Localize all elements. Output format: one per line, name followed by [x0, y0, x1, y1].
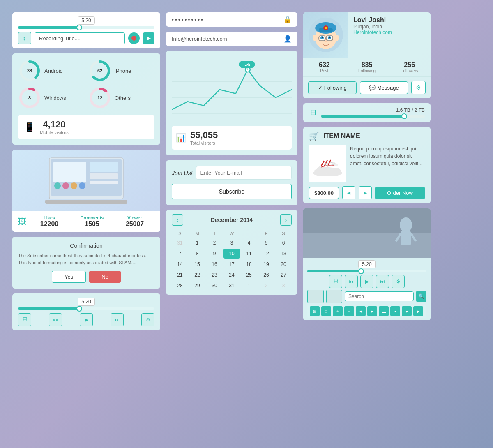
cal-prev-button[interactable]: ‹ [172, 214, 183, 226]
thumbnail-1[interactable] [307, 290, 324, 303]
cal-day[interactable]: 1 [189, 238, 205, 248]
laptop-svg [45, 154, 127, 207]
visitors-info: 4,120 Mobile visitors [40, 119, 69, 135]
toolbar-btn-1[interactable]: ⊞ [310, 306, 320, 316]
cal-day[interactable]: 15 [189, 259, 205, 269]
audio-recorder-card: 5.20 🎙 ▶ [12, 12, 160, 48]
film-button[interactable]: 🎞 [18, 313, 31, 326]
cal-day[interactable]: 1 [241, 281, 257, 291]
cal-day[interactable]: 8 [189, 249, 205, 259]
following-button[interactable]: ✓ Following [308, 81, 357, 94]
player-slider-track[interactable] [18, 307, 154, 310]
video-search-button[interactable]: 🔍 [416, 291, 426, 302]
toolbar-btn-4[interactable]: － [344, 306, 354, 316]
cal-day[interactable]: 25 [241, 270, 257, 280]
join-label: Join Us! [172, 170, 193, 176]
cal-day[interactable]: 27 [275, 270, 292, 280]
cal-next-button[interactable]: › [280, 214, 292, 226]
prev-arrow-button[interactable]: ◄ [342, 186, 355, 199]
toolbar-btn-5[interactable]: ◄ [356, 306, 366, 316]
toolbar-btn-6[interactable]: ► [367, 306, 377, 316]
email-input[interactable] [172, 36, 280, 42]
cal-day[interactable]: 18 [241, 259, 257, 269]
cal-day[interactable]: 20 [275, 259, 292, 269]
cal-day[interactable]: 3 [223, 238, 240, 248]
svg-point-50 [400, 217, 412, 232]
join-email-input[interactable] [196, 166, 292, 180]
video-bg [303, 208, 431, 258]
toolbar-btn-3[interactable]: ＋ [333, 306, 343, 316]
image-icon: 🖼 [18, 217, 26, 226]
mobile-visitors-row: 📱 4,120 Mobile visitors [18, 115, 154, 139]
play-button[interactable]: ▶ [143, 32, 154, 44]
cal-day[interactable]: 4 [241, 238, 257, 248]
cal-day[interactable]: 2 [258, 281, 274, 291]
profile-avatar [303, 12, 348, 58]
record-button[interactable] [128, 32, 140, 44]
video-search-input[interactable] [345, 291, 414, 301]
no-button[interactable]: No [89, 271, 121, 283]
shoe-svg [311, 149, 344, 178]
cal-day-today[interactable]: 10 [223, 249, 240, 259]
toolbar-btn-10[interactable]: ▶ [413, 306, 423, 316]
audio-slider-container: 5.20 [18, 16, 154, 29]
vid-next-button[interactable]: ⏭ [376, 275, 389, 288]
toolbar-btn-2[interactable]: □ [321, 306, 331, 316]
cal-day[interactable]: 31 [172, 238, 188, 248]
cal-day[interactable]: 26 [258, 270, 274, 280]
cal-day[interactable]: 12 [258, 249, 274, 259]
cal-day[interactable]: 24 [223, 270, 240, 280]
recording-title-input[interactable] [35, 32, 125, 44]
vid-settings-button[interactable]: ⚙ [392, 275, 405, 288]
cal-day[interactable]: 9 [206, 249, 223, 259]
storage-info: 1.6 TB / 2 TB [321, 107, 425, 118]
cal-day[interactable]: 6 [275, 238, 292, 248]
cal-day[interactable]: 22 [189, 270, 205, 280]
settings-button[interactable]: ⚙ [411, 81, 426, 94]
profile-card: Lovi Joshi Punjab, India Heroinfotech.co… [303, 12, 431, 98]
join-row: Join Us! [172, 166, 292, 180]
cal-day[interactable]: 23 [206, 270, 223, 280]
cal-day[interactable]: 11 [241, 249, 257, 259]
cal-day[interactable]: 21 [172, 270, 188, 280]
iphone-label: iPhone [115, 68, 131, 74]
next-arrow-button[interactable]: ► [359, 186, 372, 199]
password-input[interactable] [172, 16, 280, 23]
mic-button[interactable]: 🎙 [18, 32, 31, 44]
play-pause-button[interactable]: ▶ [80, 313, 93, 326]
cal-day[interactable]: 17 [223, 259, 240, 269]
cal-day[interactable]: 13 [275, 249, 292, 259]
cal-day[interactable]: 14 [172, 259, 188, 269]
vid-film-button[interactable]: 🎞 [329, 275, 342, 288]
cal-day[interactable]: 5 [258, 238, 274, 248]
cal-day[interactable]: 30 [206, 281, 223, 291]
prev-button[interactable]: ⏮ [49, 313, 62, 326]
item-footer: $800.00 ◄ ► Order Now [309, 186, 425, 199]
calendar-month: December 2014 [211, 217, 253, 223]
others-label: Others [115, 95, 131, 101]
vid-play-button[interactable]: ▶ [360, 275, 373, 288]
chart-area: 52k [172, 57, 292, 122]
vid-prev-button[interactable]: ⏮ [345, 275, 358, 288]
settings-button[interactable]: ⚙ [141, 313, 154, 326]
toolbar-btn-8[interactable]: ▪ [390, 306, 400, 316]
cal-day[interactable]: 19 [258, 259, 274, 269]
subscribe-button[interactable]: Subscribe [172, 184, 292, 199]
toolbar-btn-9[interactable]: ● [402, 306, 412, 316]
message-button[interactable]: 💬 Message [360, 81, 408, 94]
video-slider-value: 5.20 [358, 260, 375, 268]
cal-day[interactable]: 2 [206, 238, 223, 248]
cal-day[interactable]: 28 [172, 281, 188, 291]
cal-day[interactable]: 31 [223, 281, 240, 291]
cal-day[interactable]: 7 [172, 249, 188, 259]
cal-day[interactable]: 3 [275, 281, 292, 291]
order-now-button[interactable]: Order Now [375, 187, 425, 199]
toolbar-btn-7[interactable]: ▬ [379, 306, 389, 316]
yes-button[interactable]: Yes [52, 271, 86, 283]
video-slider-track[interactable] [307, 270, 426, 272]
next-button[interactable]: ⏭ [111, 313, 124, 326]
cal-day[interactable]: 16 [206, 259, 223, 269]
cal-day[interactable]: 29 [189, 281, 205, 291]
audio-slider-track[interactable] [18, 26, 154, 29]
thumbnail-2[interactable] [326, 290, 343, 303]
